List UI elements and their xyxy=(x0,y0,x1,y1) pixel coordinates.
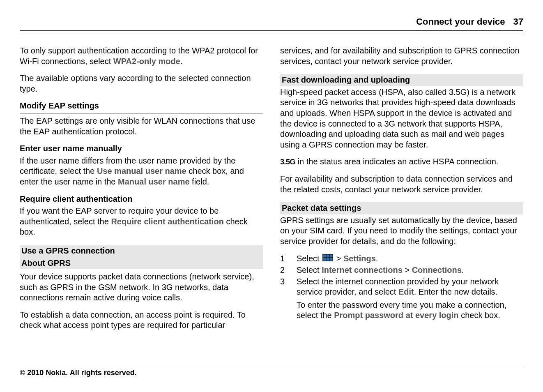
shaded-heading: Fast downloading and uploading xyxy=(280,74,523,86)
content-columns: To only support authentication according… xyxy=(20,46,523,337)
header-divider-thin xyxy=(20,34,523,34)
paragraph: High-speed packet access (HSPA, also cal… xyxy=(280,87,523,150)
shaded-heading-group: Use a GPRS connection About GPRS xyxy=(20,245,263,269)
header-divider-thick xyxy=(20,30,523,31)
ui-label: Internet connections xyxy=(322,265,403,274)
ui-label: Edit xyxy=(398,287,414,296)
ui-label: Connections xyxy=(412,265,462,274)
paragraph: services, and for availability and subsc… xyxy=(280,46,523,67)
ui-label: Prompt password at every login xyxy=(334,311,458,320)
left-column: To only support authentication according… xyxy=(20,46,263,337)
shaded-heading: Packet data settings xyxy=(280,202,523,214)
subheading: Enter user name manually xyxy=(20,143,263,154)
ui-label: Settings xyxy=(343,254,376,263)
copyright-text: © 2010 Nokia. All rights reserved. xyxy=(20,369,523,377)
paragraph: GPRS settings are usually set automatica… xyxy=(280,215,523,247)
page-number: 37 xyxy=(513,16,523,27)
ui-label: Manual user name xyxy=(118,177,190,186)
list-item: Select Internet connections > Connection… xyxy=(280,265,523,276)
paragraph: Your device supports packet data connect… xyxy=(20,272,263,303)
shaded-heading: Use a GPRS connection xyxy=(20,245,263,257)
paragraph: 3.5G in the status area indicates an act… xyxy=(280,157,523,167)
ui-label: Require client authentication xyxy=(111,217,223,226)
list-item: Select the internet connection provided … xyxy=(280,277,523,321)
list-item: Select > Settings. xyxy=(280,254,523,265)
shaded-heading: About GPRS xyxy=(20,257,263,270)
header-section-title: Connect your device xyxy=(416,16,505,27)
paragraph: To establish a data connection, an acces… xyxy=(20,310,263,331)
hspa-35g-icon: 3.5G xyxy=(280,157,295,167)
ui-label: Use manual user name xyxy=(97,166,186,175)
ui-label: WPA2-only mode xyxy=(113,57,180,66)
app-grid-icon xyxy=(322,254,333,264)
page: Connect your device 37 To only support a… xyxy=(0,0,543,392)
page-header: Connect your device 37 xyxy=(20,16,523,30)
paragraph: If the user name differs from the user n… xyxy=(20,156,263,187)
list-item-sub: To enter the password every time you mak… xyxy=(297,300,523,321)
right-column: services, and for availability and subsc… xyxy=(280,46,523,337)
steps-list: Select > Settings. Select Internet conne… xyxy=(280,254,523,321)
footer-divider xyxy=(20,365,523,365)
paragraph: If you want the EAP server to require yo… xyxy=(20,206,263,238)
subheading: Modify EAP settings xyxy=(20,101,263,111)
paragraph: For availability and subscription to dat… xyxy=(280,174,523,195)
paragraph: To only support authentication according… xyxy=(20,46,263,67)
page-footer: © 2010 Nokia. All rights reserved. xyxy=(20,365,523,377)
paragraph: The EAP settings are only visible for WL… xyxy=(20,116,263,137)
subheading: Require client authentication xyxy=(20,194,263,205)
paragraph: The available options vary according to … xyxy=(20,73,263,94)
subheading-rule xyxy=(20,113,263,113)
